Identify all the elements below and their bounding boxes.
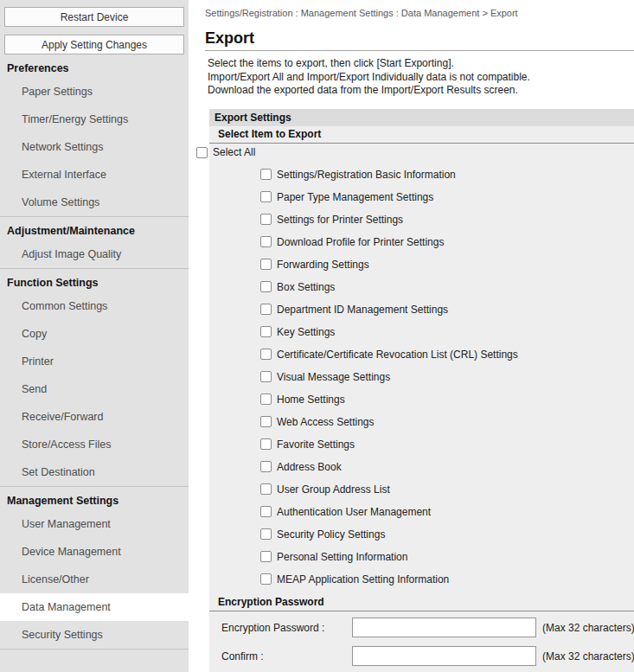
export-item-checkbox[interactable] (260, 438, 272, 450)
export-item-checkbox[interactable] (260, 259, 272, 270)
encryption-password-note: (Max 32 characters) (542, 622, 634, 634)
export-item-row: MEAP Application Setting Information (209, 568, 634, 591)
export-item-checkbox[interactable] (260, 551, 272, 562)
export-item-row: Box Settings (209, 276, 634, 298)
sidebar-item-external-interface[interactable]: External Interface (0, 161, 189, 189)
export-item-label: Web Access Settings (277, 416, 375, 428)
sidebar-item-send[interactable]: Send (0, 375, 189, 403)
encryption-password-label: Encryption Password : (221, 622, 352, 634)
sidebar-section-adjustment-maintenance: Adjustment/Maintenance (0, 217, 189, 240)
sidebar-item-paper-settings[interactable]: Paper Settings (0, 78, 189, 106)
export-item-label: Settings for Printer Settings (277, 214, 403, 226)
export-item-checkbox[interactable] (260, 394, 272, 405)
export-item-label: MEAP Application Setting Information (277, 573, 449, 586)
export-item-checkbox[interactable] (260, 483, 272, 495)
export-item-row: Security Policy Settings (209, 523, 634, 546)
sidebar-item-network-settings[interactable]: Network Settings (0, 133, 189, 161)
sidebar-item-common-settings[interactable]: Common Settings (0, 292, 189, 320)
export-item-checkbox[interactable] (260, 281, 272, 292)
export-item-row: Address Book (209, 456, 634, 478)
sidebar-item-store-access-files[interactable]: Store/Access Files (0, 431, 189, 458)
export-item-label: Home Settings (277, 394, 345, 406)
export-item-label: Authentication User Management (277, 506, 431, 518)
export-item-label: Department ID Management Settings (277, 304, 448, 316)
export-item-checkbox[interactable] (260, 169, 272, 180)
sidebar-item-timer-energy-settings[interactable]: Timer/Energy Settings (0, 106, 189, 133)
encryption-password-input[interactable] (352, 618, 536, 637)
sidebar-section-management-settings: Management Settings (0, 487, 189, 510)
sidebar: Restart Device Apply Setting Changes Pre… (0, 0, 189, 672)
export-item-checkbox[interactable] (260, 304, 272, 315)
select-item-section-title: Select Item to Export (209, 126, 634, 144)
export-item-checkbox[interactable] (260, 528, 272, 540)
apply-setting-changes-button[interactable]: Apply Setting Changes (4, 35, 184, 54)
sidebar-item-set-destination[interactable]: Set Destination (0, 458, 189, 486)
export-item-label: Paper Type Management Settings (277, 191, 433, 203)
export-item-label: Security Policy Settings (277, 528, 385, 541)
sidebar-item-copy[interactable]: Copy (0, 320, 189, 348)
sidebar-item-receive-forward[interactable]: Receive/Forward (0, 403, 189, 431)
export-item-checkbox[interactable] (260, 371, 272, 382)
export-item-checkbox[interactable] (260, 416, 272, 427)
encryption-section-title: Encryption Password (209, 594, 634, 611)
export-item-label: Favorite Settings (277, 438, 355, 451)
export-item-checkbox[interactable] (260, 214, 272, 225)
encryption-password-row: Encryption Password : (Max 32 characters… (209, 617, 634, 639)
export-item-row: Key Settings (209, 321, 634, 343)
confirm-password-row: Confirm : (Max 32 characters) (209, 645, 634, 668)
instruction-line: Download the exported data from the Impo… (208, 84, 634, 98)
export-item-label: Box Settings (277, 281, 335, 293)
export-item-label: Address Book (277, 461, 342, 473)
export-item-checkbox[interactable] (260, 236, 272, 247)
confirm-note: (Max 32 characters) (542, 650, 634, 662)
select-all-label: Select All (213, 146, 255, 158)
export-item-label: Key Settings (277, 326, 335, 338)
sidebar-item-license-other[interactable]: License/Other (0, 566, 189, 593)
export-item-row: Department ID Management Settings (209, 298, 634, 321)
export-item-label: Download Profile for Printer Settings (277, 236, 444, 248)
export-item-row: Download Profile for Printer Settings (209, 231, 634, 253)
sidebar-item-printer[interactable]: Printer (0, 348, 189, 375)
export-item-row: Paper Type Management Settings (209, 186, 634, 208)
export-item-label: Settings/Registration Basic Information (277, 169, 456, 181)
confirm-password-input[interactable] (352, 646, 536, 666)
sidebar-item-security-settings[interactable]: Security Settings (0, 621, 189, 649)
page-title: Export (205, 29, 634, 51)
export-settings-header: Export Settings (209, 109, 634, 126)
export-item-row: Home Settings (209, 388, 634, 411)
export-item-checkbox[interactable] (260, 573, 272, 585)
instruction-line: Import/Export All and Import/Export Indi… (208, 71, 634, 85)
sidebar-item-data-management[interactable]: Data Management (0, 593, 189, 621)
export-item-row: Favorite Settings (209, 433, 634, 456)
export-item-checkbox[interactable] (260, 506, 272, 517)
main-content: Settings/Registration : Management Setti… (189, 0, 634, 672)
instruction-line: Select the items to export, then click [… (208, 57, 634, 71)
export-item-row: User Group Address List (209, 478, 634, 501)
export-item-label: Personal Setting Information (277, 551, 407, 563)
sidebar-section-preferences: Preferences (0, 54, 189, 78)
sidebar-item-device-management[interactable]: Device Management (0, 538, 189, 566)
export-item-row: Forwarding Settings (209, 253, 634, 276)
export-item-checkbox[interactable] (260, 191, 272, 202)
select-all-checkbox[interactable] (196, 147, 208, 158)
restart-device-button[interactable]: Restart Device (4, 7, 184, 27)
export-item-checkbox[interactable] (260, 349, 272, 360)
export-item-row: Certificate/Certificate Revocation List … (209, 343, 634, 366)
export-item-row: Visual Message Settings (209, 366, 634, 388)
sidebar-item-adjust-image-quality[interactable]: Adjust Image Quality (0, 240, 189, 268)
export-items-list: Settings/Registration Basic InformationP… (209, 162, 634, 591)
select-all-row: Select All (196, 144, 634, 162)
export-item-label: User Group Address List (277, 483, 390, 496)
export-item-label: Visual Message Settings (277, 371, 390, 383)
export-item-row: Settings for Printer Settings (209, 208, 634, 231)
instructions: Select the items to export, then click [… (208, 57, 634, 98)
sidebar-item-volume-settings[interactable]: Volume Settings (0, 189, 189, 216)
sidebar-section-function-settings: Function Settings (0, 269, 189, 292)
sidebar-item-user-management[interactable]: User Management (0, 510, 189, 538)
sidebar-divider (0, 649, 189, 650)
breadcrumb: Settings/Registration : Management Setti… (189, 0, 634, 18)
export-item-label: Forwarding Settings (277, 259, 369, 271)
export-item-checkbox[interactable] (260, 326, 272, 337)
export-item-checkbox[interactable] (260, 461, 272, 472)
export-item-row: Settings/Registration Basic Information (209, 163, 634, 186)
